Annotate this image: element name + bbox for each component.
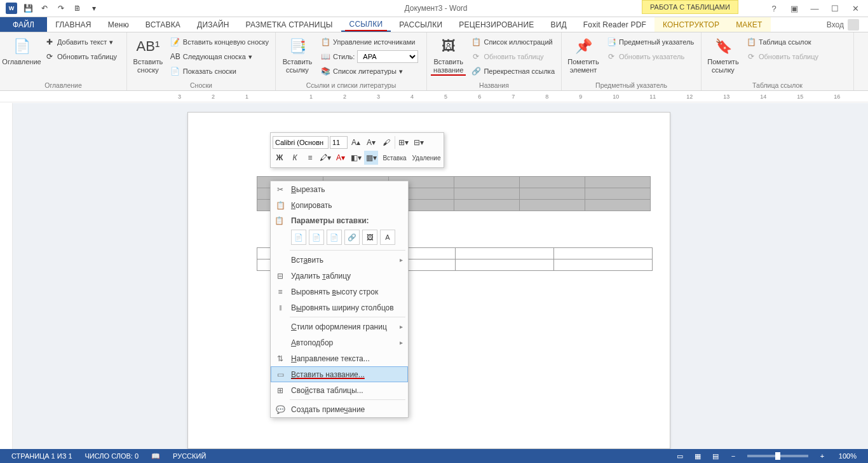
ribbon-options-icon[interactable]: ▣ [787,1,802,15]
insert-endnote-button[interactable]: 📝Вставить концевую сноску [168,35,271,49]
zoom-in-icon[interactable]: + [815,450,830,462]
update-toa-icon: ⟳ [746,52,756,62]
tab-foxit[interactable]: Foxit Reader PDF [575,17,654,32]
show-notes-button[interactable]: 📄Показать сноски [168,64,271,78]
text-direction-icon: ⇅ [275,353,286,364]
table-props-icon: ⊞ [275,385,286,396]
new-doc-icon[interactable]: 🗎 [70,1,85,15]
caption-icon: 🖼 [438,36,459,57]
format-painter-icon[interactable]: 🖌 [379,135,393,149]
paste-opt-4[interactable]: 🔗 [344,230,360,245]
paste-opt-1[interactable]: 📄 [291,230,306,245]
style-select[interactable]: APA [357,50,418,63]
italic-icon[interactable]: К [288,151,302,165]
update-toc-button[interactable]: ⟳Обновить таблицу [42,50,119,64]
update-icon: ⟳ [44,52,55,62]
add-text-button[interactable]: ✚Добавить текст ▾ [42,35,119,49]
toa-icon: 📋 [746,37,756,47]
paste-opt-5[interactable]: 🖼 [362,230,377,245]
font-combo[interactable] [273,136,329,149]
close-icon[interactable]: ✕ [848,1,863,15]
login-button[interactable]: Вход [818,17,868,32]
minimize-icon[interactable]: — [807,1,822,15]
status-bar: СТРАНИЦА 1 ИЗ 1 ЧИСЛО СЛОВ: 0 📖 РУССКИЙ … [0,449,868,463]
cm-text-direction[interactable]: ⇅Направление текста... [271,350,408,366]
zoom-out-icon[interactable]: − [726,450,741,462]
cm-table-properties[interactable]: ⊞Свойства таблицы... [271,382,408,398]
tab-table-layout[interactable]: МАКЕТ [728,17,770,32]
paste-opt-6[interactable]: A [380,230,395,245]
status-words[interactable]: ЧИСЛО СЛОВ: 0 [79,452,146,460]
view-web-icon[interactable]: ▤ [708,450,723,462]
status-language[interactable]: РУССКИЙ [166,452,212,460]
horizontal-ruler[interactable]: 3211234567891011121314151617 [0,91,868,102]
insert-index-button[interactable]: 📑Предметный указатель [604,35,696,49]
help-icon[interactable]: ? [766,1,782,15]
tab-layout[interactable]: РАЗМЕТКА СТРАНИЦЫ [238,17,341,32]
cm-cut[interactable]: ✂Вырезать [271,181,408,197]
qat-more-icon[interactable]: ▾ [86,1,102,15]
paste-opt-2[interactable]: 📄 [309,230,324,245]
group-footnotes: AB¹ Вставить сноску 📝Вставить концевую с… [127,32,276,90]
cm-dist-rows[interactable]: ≡Выровнять высоту строк [271,284,408,300]
context-menu: ✂Вырезать 📋Копировать 📋Параметры вставки… [270,181,409,418]
tab-references[interactable]: ССЫЛКИ [341,17,391,32]
zoom-level[interactable]: 100% [832,452,863,460]
tab-home[interactable]: ГЛАВНАЯ [47,17,99,32]
manage-sources-icon: 📋 [320,37,330,47]
update-index-button[interactable]: ⟳Обновить указатель [604,50,696,64]
app-icon[interactable]: W [4,1,19,15]
maximize-icon[interactable]: ☐ [827,1,843,15]
ribbon: 📄 Оглавление ✚Добавить текст ▾ ⟳Обновить… [0,32,868,91]
undo-icon[interactable]: ↶ [37,1,52,15]
bold-icon[interactable]: Ж [273,151,287,165]
tab-file[interactable]: ФАЙЛ [0,17,47,32]
align-icon[interactable]: ≡ [303,151,317,165]
tab-insert[interactable]: ВСТАВКА [137,17,189,32]
tab-constructor[interactable]: КОНСТРУКТОР [654,17,728,32]
tab-design[interactable]: ДИЗАЙН [189,17,238,32]
vertical-ruler[interactable] [0,103,13,449]
cm-copy[interactable]: 📋Копировать [271,197,408,213]
cm-paste-header: 📋Параметры вставки: [271,213,408,228]
cm-border-styles[interactable]: Стили оформления границ▸ [271,319,408,335]
bibliography-button[interactable]: 📚Список литературы ▾ [318,64,421,78]
update-toa-button[interactable]: ⟳Обновить таблицу [743,50,821,64]
tab-menu[interactable]: Меню [100,17,137,32]
cm-delete-table[interactable]: ⊟Удалить таблицу [271,268,408,284]
group-citations: 📑 Вставить ссылку 📋Управление источникам… [276,32,427,90]
dist-rows-icon: ≡ [275,286,286,298]
cm-dist-cols[interactable]: ⦀Выровнять ширину столбцов [271,300,408,315]
borders-icon[interactable]: ▦▾ [364,151,378,165]
cm-insert[interactable]: Вставить▸ [271,252,408,268]
cm-autofit[interactable]: Автоподбор▸ [271,335,408,350]
zoom-slider[interactable] [747,455,808,457]
tab-mailings[interactable]: РАССЫЛКИ [391,17,451,32]
update-index-icon: ⟳ [606,52,616,62]
update-captions-button[interactable]: ⟳Обновить таблицу [468,50,557,64]
redo-icon[interactable]: ↷ [53,1,69,15]
font-color-icon[interactable]: A▾ [334,151,348,165]
view-read-icon[interactable]: ▭ [672,450,688,462]
shrink-font-icon[interactable]: A▾ [364,135,378,149]
paste-opt-3[interactable]: 📄 [327,230,342,245]
cm-insert-caption[interactable]: ▭Вставить название... [271,366,408,382]
tab-review[interactable]: РЕЦЕНЗИРОВАНИЕ [451,17,542,32]
status-spellcheck-icon[interactable]: 📖 [145,452,166,460]
font-size-combo[interactable] [330,136,348,149]
tab-view[interactable]: ВИД [542,17,574,32]
cm-new-comment[interactable]: 💬Создать примечание [271,401,408,417]
save-icon[interactable]: 💾 [20,1,36,15]
insert-toa-button[interactable]: 📋Таблица ссылок [743,35,821,49]
shading-icon[interactable]: ◧▾ [349,151,363,165]
cross-reference-button[interactable]: 🔗Перекрестная ссылка [468,64,557,78]
delete-table-icon[interactable]: ⊟▾ [412,135,426,149]
list-figures-button[interactable]: 📋Список иллюстраций [468,35,557,49]
next-footnote-button[interactable]: ABСледующая сноска ▾ [168,50,271,64]
manage-sources-button[interactable]: 📋Управление источниками [318,35,421,49]
grow-font-icon[interactable]: A▴ [349,135,363,149]
status-page[interactable]: СТРАНИЦА 1 ИЗ 1 [5,452,79,460]
insert-table-icon[interactable]: ⊞▾ [397,135,410,149]
highlight-icon[interactable]: 🖍▾ [318,151,332,165]
view-print-icon[interactable]: ▦ [690,450,705,462]
